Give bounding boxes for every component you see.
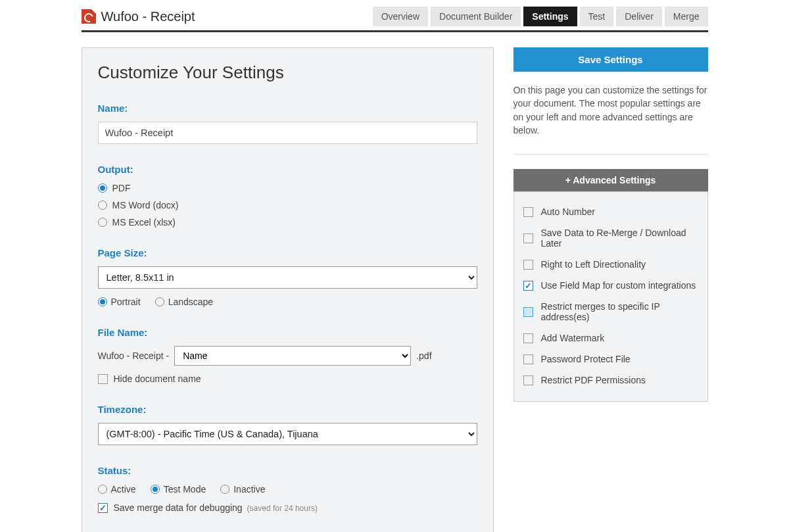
right-column: Save Settings On this page you can custo…: [514, 47, 708, 402]
hide-document-name-label: Hide document name: [114, 374, 201, 384]
output-option-ms-excel-xlsx-[interactable]: MS Excel (xlsx): [98, 217, 477, 228]
page-size-label: Page Size:: [98, 247, 477, 258]
advanced-item: Restrict PDF Permissions: [523, 370, 698, 391]
help-text: On this page you can customize the setti…: [514, 84, 708, 155]
nav-tabs: OverviewDocument BuilderSettingsTestDeli…: [373, 7, 708, 26]
output-option-pdf[interactable]: PDF: [98, 183, 477, 193]
name-input[interactable]: [98, 122, 477, 144]
title-area: Wufoo - Receipt: [82, 9, 195, 24]
file-name-label: File Name:: [98, 327, 477, 338]
radio-label: Active: [111, 484, 136, 495]
radio-label: Test Mode: [164, 484, 206, 495]
section-timezone: Timezone: (GMT-8:00) - Pacific Time (US …: [98, 404, 477, 445]
radio-label: PDF: [112, 183, 131, 193]
radio-label: Portrait: [111, 297, 141, 307]
status-label: Status:: [98, 465, 477, 476]
file-name-prefix: Wufoo - Receipt -: [98, 351, 170, 361]
advanced-checkbox[interactable]: [523, 281, 533, 291]
file-name-extension: .pdf: [416, 351, 431, 361]
advanced-checkbox[interactable]: [523, 375, 533, 385]
radio-label: MS Word (docx): [112, 200, 179, 210]
radio-icon: [98, 218, 107, 227]
status-option-active[interactable]: Active: [98, 484, 136, 495]
radio-icon: [98, 201, 107, 210]
advanced-checkbox[interactable]: [523, 207, 533, 217]
radio-icon: [220, 485, 229, 494]
advanced-checkbox[interactable]: [523, 333, 533, 343]
advanced-item: Add Watermark: [523, 327, 698, 349]
section-page-size: Page Size: Letter, 8.5x11 in PortraitLan…: [98, 247, 477, 307]
status-option-test-mode[interactable]: Test Mode: [151, 484, 206, 495]
save-merge-checkbox[interactable]: [98, 503, 108, 513]
tab-settings[interactable]: Settings: [523, 7, 577, 26]
tab-deliver[interactable]: Deliver: [616, 7, 662, 26]
document-title: Wufoo - Receipt: [101, 9, 195, 24]
save-settings-button[interactable]: Save Settings: [514, 47, 708, 72]
orientation-option-landscape[interactable]: Landscape: [155, 297, 214, 307]
radio-label: Landscape: [168, 297, 214, 307]
settings-panel: Customize Your Settings Name: Output: PD…: [82, 47, 494, 532]
advanced-label: Add Watermark: [541, 333, 605, 343]
advanced-checkbox[interactable]: [523, 354, 533, 364]
name-label: Name:: [98, 103, 477, 114]
advanced-checkbox[interactable]: [523, 260, 533, 270]
hide-document-name-checkbox[interactable]: [98, 374, 108, 384]
advanced-label: Restrict merges to specific IP address(e…: [541, 301, 698, 322]
radio-label: MS Excel (xlsx): [112, 217, 176, 228]
tab-test[interactable]: Test: [580, 7, 614, 26]
tab-merge[interactable]: Merge: [665, 7, 708, 26]
output-option-ms-word-docx-[interactable]: MS Word (docx): [98, 200, 477, 210]
advanced-label: Use Field Map for custom integrations: [541, 280, 696, 291]
section-name: Name:: [98, 103, 477, 144]
file-name-dropdown[interactable]: Name: [174, 346, 411, 366]
advanced-label: Right to Left Directionality: [541, 259, 646, 270]
advanced-label: Restrict PDF Permissions: [541, 375, 646, 385]
save-merge-label: Save merge data for debugging (saved for…: [114, 502, 318, 513]
header-bar: Wufoo - Receipt OverviewDocument Builder…: [82, 7, 708, 32]
advanced-label: Auto Number: [541, 206, 595, 217]
tab-document-builder[interactable]: Document Builder: [431, 7, 521, 26]
advanced-item: Password Protect File: [523, 349, 698, 370]
page-size-select[interactable]: Letter, 8.5x11 in: [98, 266, 477, 289]
radio-icon: [98, 297, 107, 306]
advanced-checkbox[interactable]: [523, 307, 533, 317]
section-file-name: File Name: Wufoo - Receipt - Name .pdf H…: [98, 327, 477, 384]
advanced-label: Password Protect File: [541, 354, 631, 364]
advanced-item: Save Data to Re-Merge / Download Later: [523, 222, 698, 254]
panel-heading: Customize Your Settings: [98, 62, 477, 83]
save-merge-hint: (saved for 24 hours): [247, 504, 318, 513]
advanced-settings-box: Auto NumberSave Data to Re-Merge / Downl…: [514, 191, 708, 402]
advanced-settings-header[interactable]: + Advanced Settings: [514, 169, 708, 191]
timezone-label: Timezone:: [98, 404, 477, 415]
advanced-label: Save Data to Re-Merge / Download Later: [541, 228, 698, 249]
tab-overview[interactable]: Overview: [373, 7, 428, 26]
advanced-item: Restrict merges to specific IP address(e…: [523, 296, 698, 327]
status-option-inactive[interactable]: Inactive: [220, 484, 265, 495]
pdf-icon: [82, 9, 96, 24]
radio-icon: [98, 485, 107, 494]
advanced-item: Use Field Map for custom integrations: [523, 275, 698, 296]
timezone-select[interactable]: (GMT-8:00) - Pacific Time (US & Canada),…: [98, 423, 477, 445]
radio-icon: [155, 297, 164, 306]
advanced-item: Auto Number: [523, 201, 698, 222]
section-status: Status: ActiveTest ModeInactive Save mer…: [98, 465, 477, 513]
output-label: Output:: [98, 164, 477, 175]
radio-icon: [98, 183, 107, 193]
advanced-checkbox[interactable]: [523, 233, 533, 243]
advanced-item: Right to Left Directionality: [523, 254, 698, 275]
radio-icon: [151, 485, 160, 494]
radio-label: Inactive: [233, 484, 265, 495]
section-output: Output: PDFMS Word (docx)MS Excel (xlsx): [98, 164, 477, 228]
orientation-option-portrait[interactable]: Portrait: [98, 297, 141, 307]
